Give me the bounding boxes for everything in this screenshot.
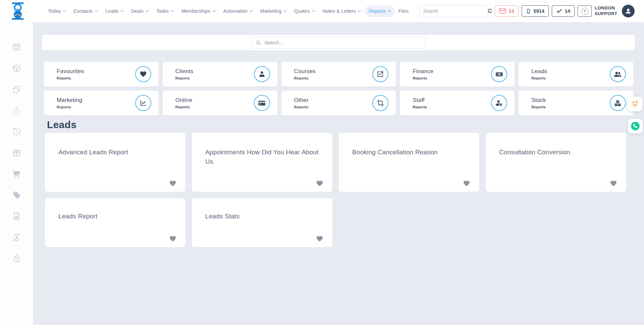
favourite-heart-button[interactable]: [169, 180, 177, 187]
nav-today[interactable]: Today: [44, 5, 70, 17]
mobile-phone-icon: [526, 8, 531, 15]
help-button[interactable]: ?: [578, 5, 592, 17]
credit-card-icon: [258, 99, 266, 107]
category-clients[interactable]: ClientsReports: [163, 62, 277, 87]
favourite-heart-button[interactable]: [463, 180, 471, 187]
calls-button[interactable]: 5914: [522, 5, 549, 17]
header-search: [419, 5, 492, 17]
favourite-heart-button[interactable]: [609, 180, 618, 187]
main-content: FavouritesReports ClientsReports Courses…: [33, 22, 644, 325]
envelope-icon: [499, 8, 506, 14]
nav-label: Leads: [105, 8, 118, 14]
nav-label: Reports: [369, 8, 385, 14]
heart-icon: [169, 180, 177, 187]
nav-memberships[interactable]: Memberships: [178, 5, 219, 17]
banknote-icon: $: [495, 70, 503, 78]
sidebar-item-reports[interactable]: [12, 212, 21, 221]
category-other[interactable]: OtherReports: [281, 91, 396, 115]
category-title: Online: [175, 97, 254, 104]
category-courses[interactable]: CoursesReports: [281, 62, 396, 87]
chevron-down-icon: [146, 10, 149, 12]
category-subtitle: Reports: [531, 76, 610, 80]
report-search-input[interactable]: [264, 40, 421, 45]
nav-contacts[interactable]: Contacts: [70, 5, 102, 17]
shop-floating-button[interactable]: [628, 97, 643, 111]
report-document-icon: [12, 212, 21, 221]
question-icon: ?: [581, 8, 588, 15]
history-icon: [12, 127, 21, 136]
category-staff[interactable]: StaffReports: [400, 91, 515, 115]
report-card-consultation-conversion[interactable]: Consultation Conversion: [486, 133, 626, 192]
heart-icon: [463, 180, 471, 187]
cart-icon: [12, 169, 21, 178]
nav-quotes[interactable]: Quotes: [290, 5, 319, 17]
sidebar-item-duplicate[interactable]: [12, 85, 21, 94]
favourite-heart-button[interactable]: [316, 180, 324, 187]
whatsapp-floating-button[interactable]: [628, 119, 643, 133]
calls-count: 5914: [534, 8, 544, 14]
header-search-button[interactable]: [487, 5, 492, 17]
sidebar-item-security[interactable]: [12, 254, 21, 263]
sidebar-item-products[interactable]: [12, 64, 21, 73]
favourite-heart-button[interactable]: [169, 235, 177, 242]
nav-deals[interactable]: Deals: [127, 5, 153, 17]
sidebar-item-pricing[interactable]: [12, 191, 21, 200]
nav-marketing[interactable]: Marketing: [257, 5, 290, 17]
sidebar-item-gifts[interactable]: [12, 148, 21, 157]
tasks-count: 14: [565, 8, 570, 14]
report-categories: FavouritesReports ClientsReports Courses…: [44, 62, 633, 115]
report-title: Leads Report: [58, 212, 172, 221]
users-icon: [614, 70, 622, 78]
sidebar-item-account-sync[interactable]: [12, 233, 21, 242]
nav-files[interactable]: Files: [395, 5, 413, 17]
price-tag-icon: [12, 191, 21, 200]
sidebar-item-calendar[interactable]: 12: [12, 43, 21, 52]
chevron-down-icon: [388, 10, 391, 12]
category-online[interactable]: OnlineReports: [163, 91, 277, 115]
check-icon: [556, 8, 562, 14]
avatar[interactable]: [622, 5, 635, 17]
category-subtitle: Reports: [531, 105, 610, 109]
category-leads[interactable]: LeadsReports: [519, 62, 633, 87]
report-card-appointments-hdyhau[interactable]: Appointments How Did You Hear About Us: [192, 133, 332, 192]
header-search-input[interactable]: [420, 5, 487, 17]
copy-icon: [12, 85, 21, 94]
app-logo[interactable]: [10, 2, 25, 20]
bag-download-icon: [12, 106, 21, 115]
category-marketing[interactable]: MarketingReports: [44, 91, 159, 115]
chevron-down-icon: [171, 10, 174, 12]
nav-tasks[interactable]: Tasks: [153, 5, 178, 17]
cube-icon: [12, 64, 21, 73]
sidebar-item-shop[interactable]: [12, 169, 21, 178]
category-title: Finance: [413, 68, 491, 75]
report-title: Advanced Leads Report: [58, 148, 172, 157]
report-search: [251, 37, 426, 49]
chevron-down-icon: [63, 10, 66, 12]
nav-reports[interactable]: Reports: [365, 5, 394, 17]
nav-leads[interactable]: Leads: [102, 5, 127, 17]
category-subtitle: Reports: [57, 76, 135, 80]
favourite-heart-button[interactable]: [316, 235, 324, 242]
report-card-leads-report[interactable]: Leads Report: [45, 198, 185, 247]
user-name: LONDON SUPPORT: [595, 5, 619, 17]
report-card-leads-stats[interactable]: Leads Stats: [192, 198, 332, 247]
crop-icon: [377, 99, 384, 107]
chevron-down-icon: [312, 10, 315, 12]
messages-button[interactable]: 13: [495, 5, 518, 17]
hourglass-logo-icon: [10, 2, 25, 20]
report-card-advanced-leads[interactable]: Advanced Leads Report: [45, 133, 185, 192]
sidebar-item-history[interactable]: [12, 127, 21, 136]
heart-icon: [316, 235, 324, 242]
chevron-down-icon: [358, 10, 361, 12]
sidebar-item-orders[interactable]: [12, 106, 21, 115]
nav-automation[interactable]: Automation: [219, 5, 257, 17]
nav-notes-letters[interactable]: Notes & Letters: [319, 5, 365, 17]
chevron-down-icon: [250, 10, 253, 12]
icon-sidebar: 12: [0, 22, 33, 325]
tasks-done-button[interactable]: 14: [552, 5, 575, 17]
category-stock[interactable]: StockReports: [519, 91, 633, 115]
report-card-booking-cancellation[interactable]: Booking Cancellation Reason: [339, 133, 479, 192]
category-favourites[interactable]: FavouritesReports: [44, 62, 159, 87]
report-search-strip: [42, 35, 635, 50]
category-finance[interactable]: FinanceReports $: [400, 62, 515, 87]
